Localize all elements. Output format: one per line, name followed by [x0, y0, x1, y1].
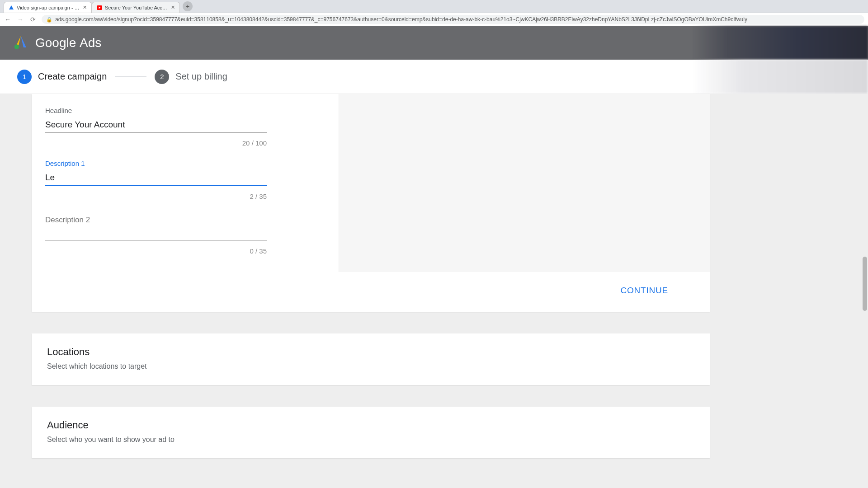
address-bar: ← → ⟳ 🔒 ads.google.com/aw/video/signup?o… — [0, 13, 868, 26]
headline-input[interactable] — [45, 119, 267, 133]
google-ads-logo-icon — [13, 34, 29, 52]
url-container[interactable]: 🔒 ads.google.com/aw/video/signup?ocid=35… — [42, 15, 864, 24]
product-name-first: Google — [35, 36, 76, 50]
close-icon[interactable]: ✕ — [171, 5, 175, 10]
tab-title: Video sign-up campaign - 279 — [17, 5, 80, 10]
logo: Google Ads — [13, 34, 101, 52]
headline-field-group: Headline 20 / 100 — [45, 107, 325, 147]
ad-text-form: Headline 20 / 100 Description 1 2 / 35 D… — [32, 94, 339, 272]
tab-title: Secure Your YouTube Account — [105, 5, 168, 10]
header-blur-region — [692, 26, 868, 60]
step-create-campaign[interactable]: 1 Create campaign — [17, 70, 107, 84]
new-tab-button[interactable]: + — [183, 1, 193, 11]
browser-tab[interactable]: Video sign-up campaign - 279 ✕ — [4, 2, 92, 13]
description2-input[interactable] — [45, 227, 267, 241]
description2-char-count: 0 / 35 — [45, 247, 267, 255]
svg-marker-0 — [9, 5, 14, 9]
step-set-up-billing[interactable]: 2 Set up billing — [155, 70, 227, 84]
step-label: Create campaign — [38, 71, 107, 82]
content-area: Headline 20 / 100 Description 1 2 / 35 D… — [0, 94, 868, 488]
audience-subtitle: Select who you want to show your ad to — [47, 436, 694, 444]
continue-row: CONTINUE — [32, 272, 710, 312]
locations-subtitle: Select which locations to target — [47, 362, 694, 371]
product-name-second: Ads — [80, 36, 101, 50]
description1-field-group: Description 1 2 / 35 — [45, 160, 325, 200]
stepper: 1 Create campaign 2 Set up billing — [0, 60, 868, 94]
svg-point-3 — [14, 44, 19, 49]
headline-char-count: 20 / 100 — [45, 139, 267, 147]
url-text: ads.google.com/aw/video/signup?ocid=3598… — [55, 16, 860, 23]
description2-label: Description 2 — [45, 216, 325, 225]
scrollbar-thumb[interactable] — [863, 257, 867, 311]
browser-tab[interactable]: Secure Your YouTube Account ✕ — [92, 2, 180, 13]
close-icon[interactable]: ✕ — [83, 5, 87, 10]
step-label: Set up billing — [175, 71, 227, 82]
step-number: 1 — [17, 70, 32, 84]
locations-title: Locations — [47, 346, 694, 358]
back-icon[interactable]: ← — [4, 16, 12, 23]
google-ads-favicon — [9, 5, 14, 10]
audience-title: Audience — [47, 419, 694, 431]
tab-strip: Video sign-up campaign - 279 ✕ Secure Yo… — [0, 0, 868, 13]
description1-label: Description 1 — [45, 160, 325, 167]
description1-char-count: 2 / 35 — [45, 192, 267, 200]
app-header: Google Ads — [0, 26, 868, 60]
ad-preview-pane — [339, 94, 710, 272]
description1-input[interactable] — [45, 172, 267, 186]
locations-card[interactable]: Locations Select which locations to targ… — [32, 333, 710, 385]
continue-button[interactable]: CONTINUE — [615, 282, 674, 299]
description2-field-group: Description 2 0 / 35 — [45, 216, 325, 255]
step-number: 2 — [155, 70, 169, 84]
ad-text-card: Headline 20 / 100 Description 1 2 / 35 D… — [32, 94, 710, 312]
audience-card[interactable]: Audience Select who you want to show you… — [32, 407, 710, 458]
browser-chrome: Video sign-up campaign - 279 ✕ Secure Yo… — [0, 0, 868, 26]
forward-icon[interactable]: → — [16, 16, 24, 23]
product-name: Google Ads — [35, 36, 101, 50]
headline-label: Headline — [45, 107, 325, 114]
lock-icon: 🔒 — [46, 17, 52, 23]
stepper-blur-region — [692, 60, 868, 94]
step-connector — [115, 76, 146, 77]
youtube-favicon — [97, 5, 102, 10]
reload-icon[interactable]: ⟳ — [29, 16, 37, 23]
